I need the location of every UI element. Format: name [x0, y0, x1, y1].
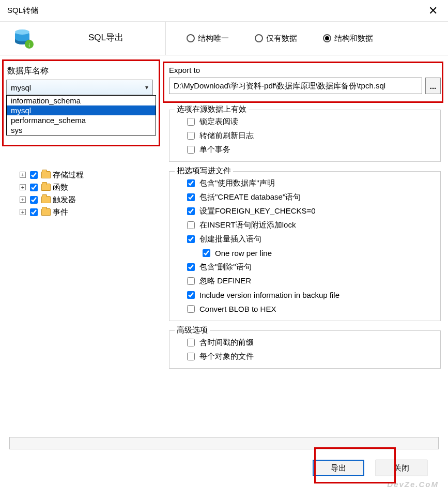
checkbox-use-db[interactable]	[187, 179, 195, 187]
db-option[interactable]: performance_schema	[7, 115, 156, 125]
checkbox-single-tx[interactable]	[187, 146, 195, 154]
progress-bar	[9, 437, 439, 449]
tree-checkbox[interactable]	[30, 208, 38, 216]
options-source-group: 选项在源数据上有效 锁定表阅读 转储前刷新日志 单个事务	[169, 110, 441, 162]
options-advanced-group: 高级选项 含时间戳的前缀 每个对象的文件	[169, 330, 441, 369]
object-tree: + 存储过程 + 函数 + 触发器 + 事件	[4, 169, 162, 218]
checkbox-one-row-per-line[interactable]	[203, 249, 210, 257]
tree-node[interactable]: + 函数	[7, 181, 162, 193]
option-label: 包含"使用数据库"声明	[199, 178, 275, 188]
db-option[interactable]: sys	[7, 125, 156, 135]
tree-node[interactable]: + 触发器	[7, 193, 162, 206]
expand-icon[interactable]: +	[20, 172, 26, 178]
tree-label: 触发器	[53, 195, 76, 205]
checkbox-fk-checks[interactable]	[187, 207, 195, 215]
option-label: 每个对象的文件	[199, 352, 254, 361]
checkbox-include-version[interactable]	[187, 291, 195, 299]
tree-label: 存储过程	[53, 170, 84, 180]
folder-icon	[41, 171, 51, 178]
tree-checkbox[interactable]	[30, 196, 38, 204]
window-title: SQL转储	[7, 6, 38, 16]
tree-label: 事件	[53, 207, 68, 217]
option-label: Convert BLOB to HEX	[199, 305, 276, 313]
export-mode-radio-group: 结构唯一 仅有数据 结构和数据	[165, 22, 448, 55]
radio-structure-and-data[interactable]: 结构和数据	[323, 34, 373, 43]
checkbox-lock-insert[interactable]	[187, 221, 195, 229]
option-label: One row per line	[215, 249, 272, 258]
group-legend: 把选项写进文件	[175, 166, 233, 176]
radio-structure-only[interactable]: 结构唯一	[187, 34, 229, 43]
option-label: 创建批量插入语句	[199, 234, 261, 244]
tab-sql-export[interactable]: SQL导出	[81, 27, 131, 49]
browse-button[interactable]: ...	[425, 78, 441, 94]
option-label: 设置FOREIGN_KEY_CHECKS=0	[199, 206, 316, 216]
option-label: 单个事务	[199, 145, 230, 155]
db-option[interactable]: information_schema	[7, 96, 156, 105]
checkbox-ignore-definer[interactable]	[187, 277, 195, 285]
option-label: 包含"删除"语句	[199, 262, 252, 272]
radio-label: 结构唯一	[198, 34, 229, 43]
checkbox-create-db[interactable]	[187, 193, 195, 201]
toolbar: SQL导出 结构唯一 仅有数据 结构和数据	[0, 22, 448, 55]
tree-checkbox[interactable]	[30, 184, 38, 191]
close-icon[interactable]: ✕	[425, 4, 441, 18]
expand-icon[interactable]: +	[20, 209, 26, 215]
titlebar: SQL转储 ✕	[0, 0, 448, 22]
export-path-input[interactable]	[169, 78, 422, 94]
option-label: 锁定表阅读	[199, 117, 238, 127]
expand-icon[interactable]: +	[20, 184, 26, 190]
checkbox-timestamp-prefix[interactable]	[187, 339, 195, 346]
option-label: 在INSERT语句附近添加lock	[199, 220, 296, 230]
export-to-label: Export to	[169, 66, 444, 74]
tree-node[interactable]: + 事件	[7, 206, 162, 218]
checkbox-flush-logs[interactable]	[187, 132, 195, 140]
folder-icon	[41, 184, 51, 191]
folder-icon	[41, 196, 51, 203]
export-button[interactable]: 导出	[313, 460, 364, 476]
group-legend: 高级选项	[175, 325, 210, 335]
radio-data-only[interactable]: 仅有数据	[255, 34, 297, 43]
watermark: DevZe.CoM	[387, 474, 439, 491]
db-name-value: mysql	[11, 83, 31, 92]
options-file-group: 把选项写进文件 包含"使用数据库"声明 包括"CREATE database"语…	[169, 171, 441, 321]
db-option[interactable]: mysql	[7, 105, 156, 115]
option-label: 转储前刷新日志	[199, 131, 254, 141]
checkbox-include-drop[interactable]	[187, 263, 195, 271]
option-label: Include version information in backup fi…	[199, 291, 339, 299]
db-name-label: 数据库名称	[7, 66, 162, 77]
checkbox-file-per-object[interactable]	[187, 353, 195, 360]
option-label: 含时间戳的前缀	[199, 338, 254, 347]
folder-icon	[41, 208, 51, 216]
tree-node[interactable]: + 存储过程	[7, 169, 162, 181]
chevron-down-icon: ▾	[145, 84, 148, 91]
radio-label: 结构和数据	[334, 34, 373, 43]
db-name-combo[interactable]: mysql ▾	[6, 80, 153, 95]
tree-label: 函数	[53, 183, 68, 192]
db-name-dropdown: information_schema mysql performance_sch…	[6, 95, 156, 135]
expand-icon[interactable]: +	[20, 196, 26, 203]
option-label: 包括"CREATE database"语句	[199, 192, 301, 202]
group-legend: 选项在源数据上有效	[175, 104, 249, 114]
tree-checkbox[interactable]	[30, 171, 38, 179]
option-label: 忽略 DEFINER	[199, 276, 251, 286]
checkbox-bulk-insert[interactable]	[187, 235, 195, 243]
export-icon	[0, 29, 47, 48]
checkbox-lock-tables[interactable]	[187, 118, 195, 126]
radio-label: 仅有数据	[266, 34, 297, 43]
checkbox-blob-to-hex[interactable]	[187, 305, 195, 313]
